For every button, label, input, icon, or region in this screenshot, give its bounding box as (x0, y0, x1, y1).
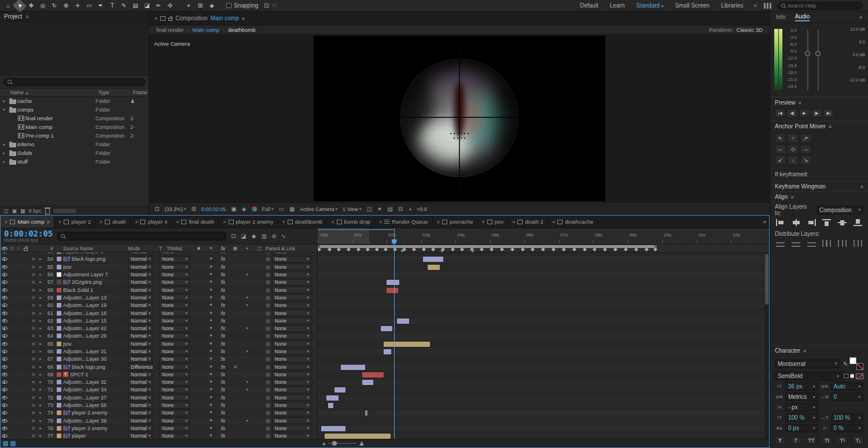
tool-eraser-icon[interactable]: ◪ (142, 1, 152, 10)
timeline-tab-player-2[interactable]: player 2 (54, 216, 95, 228)
shy-switch[interactable] (193, 256, 205, 262)
keyframe-marker[interactable] (412, 247, 416, 251)
blend-mode-dropdown[interactable]: Normal (128, 379, 153, 386)
layer-color-chip[interactable] (57, 434, 61, 438)
quality-switch[interactable]: ✦ (205, 279, 217, 285)
layer-twirl-icon[interactable]: ▸ (38, 434, 43, 438)
layer-row[interactable]: ▸59Adjustm...Layer 13NormalNone✦fx◐◎None (1, 294, 317, 302)
timeline-tab-deathcache[interactable]: deathcache (548, 216, 598, 228)
help-search-input[interactable] (788, 3, 859, 9)
timeline-scrollbar[interactable] (764, 253, 769, 439)
shy-switch[interactable] (193, 395, 205, 401)
snap-grid-icon[interactable]: ∷ (273, 2, 276, 9)
close-icon[interactable] (223, 219, 226, 225)
parent-dropdown[interactable]: None (272, 287, 312, 293)
frame-blend-switch[interactable] (229, 302, 241, 308)
panel-menu-icon[interactable] (47, 219, 50, 225)
blend-mode-dropdown[interactable]: Normal (128, 279, 153, 286)
layer-row[interactable]: ▸64Adjustm...Layer 29NormalNone✦fx◎None (1, 332, 317, 340)
layer-duration-bar[interactable] (381, 326, 392, 331)
workspace-default[interactable]: Default (580, 2, 598, 9)
layer-duration-bar[interactable] (428, 265, 440, 270)
shy-switch[interactable] (193, 341, 205, 347)
keyframe-marker[interactable] (384, 247, 388, 251)
shy-switch[interactable] (193, 310, 205, 316)
source-name-column-header[interactable]: Source Name (63, 246, 128, 251)
eye-icon[interactable] (2, 280, 8, 284)
project-row[interactable]: ▾compsFolder (0, 105, 149, 114)
layer-row[interactable]: ▸65povNormalNone✦fx◎None (1, 340, 317, 348)
quality-switch[interactable]: ✦ (205, 256, 217, 262)
quality-switch[interactable]: ✦ (205, 395, 217, 401)
graph-editor-icon[interactable] (281, 233, 286, 239)
eye-icon[interactable] (2, 350, 8, 353)
trkmat-dropdown[interactable]: None (159, 302, 190, 309)
shy-switch[interactable] (193, 333, 205, 339)
keyframe-marker[interactable] (431, 247, 435, 251)
quality-switch[interactable]: ✦ (205, 295, 217, 301)
snapshot-icon[interactable] (231, 206, 236, 212)
zoom-slider-track[interactable] (329, 443, 356, 444)
layer-duration-bar[interactable] (365, 410, 367, 416)
trkmat-dropdown[interactable]: None (159, 310, 190, 316)
parent-dropdown[interactable]: None (272, 302, 312, 309)
pickwhip-icon[interactable]: ◎ (266, 295, 270, 301)
adjustment-switch[interactable]: ◐ (241, 387, 253, 393)
resolution-dropdown[interactable]: Full (262, 206, 274, 212)
faux-style-button[interactable]: T₁ (853, 436, 863, 445)
layer-duration-bar[interactable] (384, 342, 430, 347)
frame-blend-switch[interactable] (229, 295, 241, 301)
panel-quick-icon[interactable] (3, 441, 8, 446)
zoom-slider-knob[interactable] (332, 441, 337, 446)
keyframe-marker[interactable] (318, 247, 322, 251)
frame-blend-switch[interactable]: ⊘ (229, 364, 241, 370)
faux-style-button[interactable]: T¹ (837, 436, 848, 445)
parent-dropdown[interactable]: None (272, 349, 312, 355)
parent-dropdown[interactable]: None (272, 379, 312, 386)
close-icon[interactable] (379, 219, 382, 225)
eye-icon[interactable] (2, 427, 8, 430)
fx-switch[interactable]: fx (217, 272, 229, 277)
eye-icon[interactable] (2, 365, 8, 369)
threed-switch[interactable] (253, 410, 266, 416)
quality-switch[interactable]: ✦ (205, 418, 217, 424)
quality-switch[interactable]: ✦ (205, 349, 217, 354)
layer-twirl-icon[interactable]: ▸ (38, 280, 43, 284)
distribute-vertical-center-icon[interactable] (792, 240, 800, 247)
adjustment-switch[interactable] (241, 356, 253, 362)
layer-color-chip[interactable] (57, 403, 61, 408)
region-of-interest-icon[interactable] (279, 206, 284, 212)
layer-row[interactable]: ▸77playerNormalNone✦fx◎None (1, 432, 317, 439)
panel-menu-icon[interactable] (829, 123, 832, 129)
threed-switch[interactable] (253, 318, 266, 324)
project-search-input[interactable] (14, 79, 141, 85)
close-icon[interactable] (58, 219, 61, 225)
close-icon[interactable] (552, 219, 555, 225)
quality-switch[interactable]: ✦ (205, 272, 217, 277)
local-axis-icon[interactable]: ⌖ (183, 1, 194, 10)
quality-switch[interactable]: ✦ (205, 433, 217, 439)
blend-mode-dropdown[interactable]: Normal (128, 253, 153, 255)
layer-row[interactable]: ▸67Adjustm...Layer 30NormalNone✦fx◎None (1, 356, 317, 363)
quality-switch[interactable]: ✦ (205, 410, 217, 416)
close-icon[interactable] (437, 219, 440, 225)
adjustment-switch[interactable] (241, 425, 253, 431)
distribute-bottom-icon[interactable] (807, 240, 816, 247)
fx-switch[interactable]: fx (217, 302, 229, 308)
close-icon[interactable] (100, 219, 102, 225)
keyframe-marker[interactable] (634, 247, 638, 251)
workspace-overflow-icon[interactable]: » (753, 2, 757, 9)
layer-twirl-icon[interactable]: ▸ (38, 288, 43, 293)
threed-switch[interactable] (253, 418, 266, 424)
leading-dropdown[interactable]: - px (785, 403, 818, 412)
timeline-search[interactable] (57, 232, 226, 240)
hide-shy-layers-icon[interactable] (251, 233, 257, 239)
threed-switch[interactable] (253, 433, 266, 439)
pickwhip-icon[interactable]: ◎ (266, 356, 270, 362)
shy-switch[interactable] (193, 425, 205, 431)
trkmat-dropdown[interactable]: None (159, 294, 190, 301)
keyframe-marker[interactable] (562, 247, 566, 251)
quality-switch[interactable]: ✦ (205, 287, 217, 293)
blend-mode-dropdown[interactable]: Normal (128, 394, 153, 401)
eye-icon[interactable] (2, 357, 8, 361)
